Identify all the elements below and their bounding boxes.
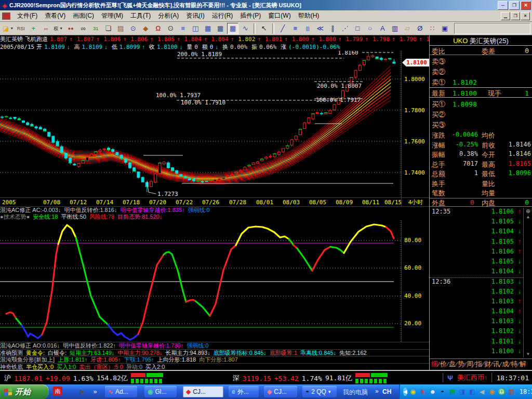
bid-row[interactable]: 买③	[430, 119, 532, 130]
trend-line-icon[interactable]: ╱	[277, 23, 288, 34]
ellipse-tool-icon[interactable]: ○	[364, 23, 376, 34]
main-candlestick-chart[interactable]: 200.0% 1.81891.8160200.0% 1.8007100.0% 1…	[0, 51, 401, 197]
task-button-cj-active[interactable]: ◈CJ...	[183, 386, 223, 397]
scroll-up-icon[interactable]: ▲	[524, 215, 532, 219]
alarm-bell-icon[interactable]: Ω	[152, 23, 164, 34]
bid-row[interactable]: 买①1.8098	[430, 99, 532, 109]
ask-row[interactable]: 卖①1.8102	[430, 77, 532, 87]
quicklaunch-nan-icon[interactable]: 南	[53, 387, 62, 396]
bid-row[interactable]: 买②	[430, 109, 532, 119]
task-button-cj2[interactable]: ◈CJ...	[264, 386, 297, 397]
tray-usb-icon[interactable]: ◨	[458, 388, 467, 396]
tray-signal-icon[interactable]: ◉	[488, 388, 496, 396]
tray-scales-icon[interactable]: ♎	[498, 388, 506, 396]
tray-figure-icon[interactable]: ♞	[419, 388, 427, 396]
tray-mask-icon[interactable]: ☻	[429, 388, 437, 396]
panel-tab-价[interactable]: 价	[440, 360, 447, 369]
tray-grid-icon[interactable]: ▦	[448, 388, 457, 396]
panel-tab-势[interactable]: 势	[457, 360, 465, 369]
task-button-qq[interactable]: ◓2 QQ▾	[302, 386, 337, 397]
mdi-close-button[interactable]: ✕	[521, 12, 530, 20]
tray-qq-icon[interactable]: ◓	[438, 388, 447, 396]
search-window-icon[interactable]: ⊙	[127, 23, 139, 34]
menu-item-tools[interactable]: 工具(T)	[127, 11, 154, 20]
menu-item-help[interactable]: 帮助(H)	[295, 11, 323, 20]
ask-row[interactable]: 卖②	[430, 66, 532, 77]
open-chart-icon[interactable]: ◪▼	[2, 23, 14, 34]
chart-window2-icon[interactable]: ▦	[215, 23, 226, 34]
vertical-lines-icon[interactable]: |||	[302, 23, 313, 34]
menu-item-view[interactable]: 查看(V)	[41, 11, 69, 20]
paint-icon[interactable]: ◆	[140, 23, 151, 34]
pointer-tool-icon[interactable]: ↖	[258, 23, 270, 34]
menu-item-analysis[interactable]: 分析(A)	[154, 11, 182, 20]
task-button-gl[interactable]: ◉Gl...	[144, 386, 177, 397]
close-button[interactable]: ✕	[521, 1, 531, 10]
rights-adjust-icon[interactable]: 权▼	[52, 23, 64, 34]
list-view-icon[interactable]: ≡	[177, 23, 189, 34]
sh-label[interactable]: 沪	[4, 374, 11, 383]
mouse-icon[interactable]: ʘ	[165, 23, 176, 34]
tick-scrollbar[interactable]: ⊕ ▲ ▼	[523, 208, 532, 357]
palette-icon[interactable]: ∷	[427, 23, 438, 34]
dropdown-arrow-icon[interactable]: ▼	[59, 26, 63, 30]
book-icon[interactable]: ▤	[115, 23, 126, 34]
tray-volume-icon[interactable]: ◀	[478, 388, 486, 396]
period-label[interactable]: 4小时	[401, 197, 430, 207]
line-chart-icon[interactable]: ∿	[240, 23, 251, 34]
menu-item-window[interactable]: 窗口(W)	[264, 11, 294, 20]
tray-star-icon[interactable]: ◉	[409, 388, 417, 396]
menu-item-file[interactable]: 文件(F)	[14, 11, 41, 20]
gann-fan-icon[interactable]: ≪	[314, 23, 326, 34]
task-button-wai[interactable]: e外...	[229, 386, 259, 397]
panel-tab-解[interactable]: 解	[519, 360, 527, 369]
chart-window-icon[interactable]: ▦	[202, 23, 214, 34]
menu-item-plugin[interactable]: 插件(P)	[236, 11, 264, 20]
copy-pages-icon[interactable]: ❏	[102, 23, 114, 34]
feed-status[interactable]: 美汇西币↑	[457, 373, 488, 382]
panel-tab-财[interactable]: 财	[484, 360, 491, 369]
column-view-icon[interactable]: ◫	[190, 23, 201, 34]
panel-tab-细[interactable]: 细	[431, 360, 438, 369]
ask-row[interactable]: 卖③	[430, 56, 532, 66]
mdi-minimize-button[interactable]: ▁	[501, 12, 510, 20]
start-button[interactable]: 开始	[0, 384, 49, 399]
desktop-band[interactable]: 我的电脑	[343, 388, 368, 397]
traffic-light-icon[interactable]: ●●	[65, 23, 76, 34]
restore-button[interactable]: ❐	[509, 1, 520, 10]
save-icon[interactable]: ▣	[439, 23, 450, 34]
horizontal-scale-icon[interactable]: ⇔	[40, 23, 51, 34]
move-tool-icon[interactable]: +	[28, 23, 39, 34]
quicklaunch-media-icon[interactable]: ◔	[65, 387, 75, 396]
dropdown-arrow-icon[interactable]: ▼	[10, 26, 14, 30]
minimize-button[interactable]: ─	[498, 1, 508, 10]
sz-label[interactable]: 深	[233, 374, 240, 383]
menu-item-run[interactable]: 运行(R)	[208, 11, 237, 20]
scroll-down-icon[interactable]: ▼	[524, 352, 532, 356]
channel-icon[interactable]: ∥	[327, 23, 338, 34]
tray-collapse-chevron[interactable]: ◀	[403, 388, 407, 396]
panel-tab-成[interactable]: 成	[501, 360, 509, 369]
lock-edit-icon[interactable]: Ø	[414, 23, 425, 34]
panel-tab-讯[interactable]: 讯	[493, 360, 500, 369]
menu-item-info[interactable]: 资讯(I)	[182, 11, 208, 20]
panel-tab-周[interactable]: 周	[466, 360, 474, 369]
panel-tab-盘[interactable]: 盘	[448, 360, 456, 369]
crosshair-icon[interactable]: ⊕	[524, 208, 532, 215]
dropdown-arrow-icon[interactable]: ▾	[328, 389, 331, 394]
rectangle-tool-icon[interactable]: □	[352, 23, 363, 34]
rsi-indicator-icon[interactable]: RSI	[15, 23, 26, 34]
quicklaunch-more-chevron[interactable]: »	[90, 387, 100, 396]
eraser-icon[interactable]: ▱	[402, 23, 413, 34]
horizontal-lines-icon[interactable]: ≡	[289, 23, 301, 34]
tech-trend-oscillator-chart[interactable]	[0, 220, 401, 342]
calendar-icon[interactable]: 31	[90, 23, 101, 34]
tray-usb2-icon[interactable]: ◧	[468, 388, 476, 396]
text-tool-icon[interactable]: A	[377, 23, 388, 34]
panel-tab-特[interactable]: 特	[510, 360, 518, 369]
tray-color-icon[interactable]: ▥	[508, 388, 516, 396]
menu-item-manage[interactable]: 管理(M)	[98, 11, 127, 20]
quicklaunch-movie-icon[interactable]: ▶	[78, 387, 87, 396]
language-indicator[interactable]: CH	[382, 388, 391, 395]
mdi-restore-button[interactable]: ❐	[511, 12, 520, 20]
